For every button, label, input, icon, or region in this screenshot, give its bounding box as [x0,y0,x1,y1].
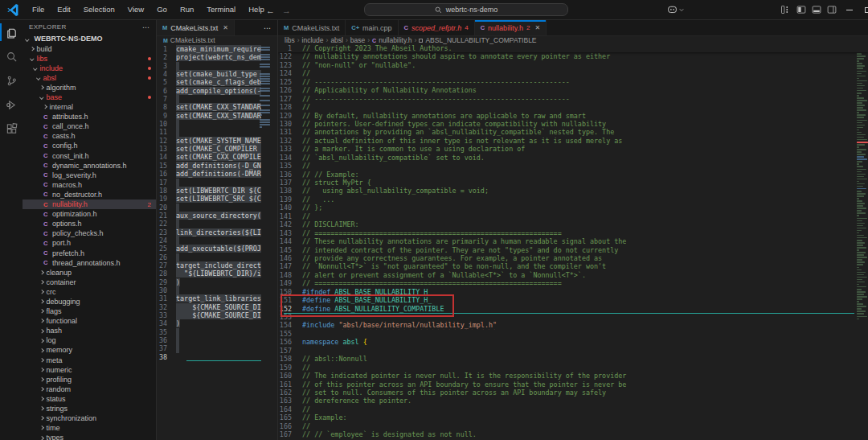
tree-file-options.h[interactable]: Coptions.h [23,219,156,228]
code-line: 148// alert or prevent assignment of a `… [278,271,868,279]
minimap[interactable] [857,44,868,440]
explorer-more-actions[interactable]: ⋯ [142,23,149,31]
toggle-panel-icon[interactable] [812,5,821,14]
tree-file-no_destructor.h[interactable]: Cno_destructor.h [23,190,156,199]
tree-file-config.h[interactable]: Cconfig.h [23,141,156,150]
nav-forward-button[interactable]: → [282,6,291,15]
editor-right[interactable]: 122// nullability annotations should asp… [278,44,868,440]
tab-CMakeLists.txt[interactable]: MCMakeLists.txt✕ [157,20,235,35]
tree-folder-base[interactable]: base [23,93,156,102]
tree-folder-meta[interactable]: meta [23,356,156,365]
toggle-primary-sidebar-icon[interactable] [796,5,806,14]
tree-folder-time[interactable]: time [23,423,156,433]
menu-view[interactable]: View [121,0,150,19]
command-center-search[interactable]: webrtc-ns-demo [364,3,568,16]
toggle-secondary-sidebar-icon[interactable] [827,5,837,14]
menu-selection[interactable]: Selection [77,0,121,19]
tree-folder-cleanup[interactable]: cleanup [23,268,156,278]
breadcrumb-item[interactable]: nullability.h [379,36,411,44]
explorer-root-folder[interactable]: WEBRTC-NS-DEMO [23,34,156,44]
breadcrumb-left[interactable]: MCMakeLists.txt [157,36,277,44]
tree-item-label: memory [47,346,73,354]
activitybar-extensions[interactable] [0,117,23,141]
editor-left[interactable]: 1cmake_minimum_require2project(webrtc_ns… [157,44,277,440]
tree-file-attributes.h[interactable]: Cattributes.h [23,112,156,121]
tree-folder-internal[interactable]: internal [23,102,156,112]
tree-file-macros.h[interactable]: Cmacros.h [23,180,156,190]
window-minimize-button[interactable] [846,10,853,10]
activitybar-search[interactable] [0,44,23,68]
chevron-right-icon [39,397,43,401]
nav-back-button[interactable]: ← [266,6,275,15]
tree-file-optimization.h[interactable]: Coptimization.h [23,209,156,219]
tree-folder-libs[interactable]: libs [23,54,156,64]
tree-folder-status[interactable]: status [23,394,156,404]
tree-file-log_severity.h[interactable]: Clog_severity.h [23,171,156,180]
menu-file[interactable]: File [26,0,51,19]
tree-folder-hash[interactable]: hash [23,326,156,335]
tree-file-thread_annotations.h[interactable]: Cthread_annotations.h [23,258,156,268]
tree-file-policy_checks.h[interactable]: Cpolicy_checks.h [23,228,156,238]
tab-nullability.h[interactable]: Cnullability.h2✕ [475,20,547,35]
copilot-button[interactable] [667,4,684,14]
menu-terminal[interactable]: Terminal [200,0,242,19]
tree-folder-numeric[interactable]: numeric [23,365,156,375]
line-content: // [302,422,868,430]
activitybar-source-control[interactable] [0,68,23,93]
tree-folder-build[interactable]: build [23,44,156,54]
tree-folder-types[interactable]: types [23,433,156,440]
tree-item-label: optimization.h [52,210,97,218]
tree-folder-profiling[interactable]: profiling [23,375,156,384]
activitybar-explorer[interactable] [0,20,23,44]
error-dot-badge [148,96,151,99]
tree-folder-random[interactable]: random [23,384,156,394]
tab-scoped_refptr.h[interactable]: Cscoped_refptr.h4 [399,20,475,35]
minimap[interactable] [259,44,271,440]
tree-folder-flags[interactable]: flags [23,306,156,316]
tree-folder-include[interactable]: include [23,64,156,73]
tab-bar-more-actions[interactable]: ⋯ [257,20,277,35]
tree-item-label: build [37,45,52,53]
token: // a marker. It is common to use a using… [302,145,525,153]
tab-CMakeLists.txt[interactable]: MCMakeLists.txt [278,20,346,35]
tree-folder-algorithm[interactable]: algorithm [23,83,156,93]
tree-file-call_once.h[interactable]: Ccall_once.h [23,121,156,131]
tab-close-icon[interactable]: ✕ [534,24,540,31]
line-number: 10 [157,120,176,128]
window-maximize-button[interactable] [865,7,868,13]
token: // [302,162,310,170]
tree-folder-log[interactable]: log [23,335,156,345]
tree-file-nullability.h[interactable]: Cnullability.h2 [23,199,156,209]
menu-go[interactable]: Go [150,0,174,19]
breadcrumb-right[interactable]: libs›include›absl›base›Cnullability.h›AB… [278,36,868,44]
tree-file-casts.h[interactable]: Ccasts.h [23,131,156,141]
menu-run[interactable]: Run [174,0,200,19]
breadcrumb-item[interactable]: ABSL_NULLABILITY_COMPATIBLE [425,36,536,44]
tree-folder-absl[interactable]: absl [23,73,156,83]
tree-file-const_init.h[interactable]: Cconst_init.h [23,151,156,161]
token: // provide any correctness guarantees. F… [302,254,602,262]
tree-file-prefetch.h[interactable]: Cprefetch.h [23,248,156,257]
breadcrumb-item[interactable]: CMakeLists.txt [170,36,215,44]
tree-file-dynamic_annotations.h[interactable]: Cdynamic_annotations.h [23,161,156,171]
breadcrumb-item[interactable]: base [350,36,365,44]
tree-folder-crc[interactable]: crc [23,287,156,297]
breadcrumb-item[interactable]: include [302,36,324,44]
title-bar: FileEditSelectionViewGoRunTerminalHelp ←… [0,0,868,20]
tab-close-icon[interactable]: ✕ [223,24,228,31]
breadcrumb-item[interactable]: libs [285,36,295,44]
customize-layout-icon[interactable] [780,5,790,14]
tree-folder-strings[interactable]: strings [23,404,156,413]
tree-folder-debugging[interactable]: debugging [23,297,156,306]
activitybar-run-debug[interactable] [0,93,23,117]
menu-edit[interactable]: Edit [51,0,76,19]
breadcrumb-item[interactable]: absl [330,36,343,44]
tree-folder-functional[interactable]: functional [23,316,156,326]
tree-file-port.h[interactable]: Cport.h [23,238,156,248]
tree-folder-container[interactable]: container [23,278,156,287]
tree-folder-synchronization[interactable]: synchronization [23,413,156,423]
sticky-scroll-line[interactable]: 1// Copyright 2023 The Abseil Authors. [278,44,868,52]
tree-folder-memory[interactable]: memory [23,345,156,355]
selected-text: ) [176,319,180,327]
tab-main.cpp[interactable]: C+main.cpp [346,20,398,35]
